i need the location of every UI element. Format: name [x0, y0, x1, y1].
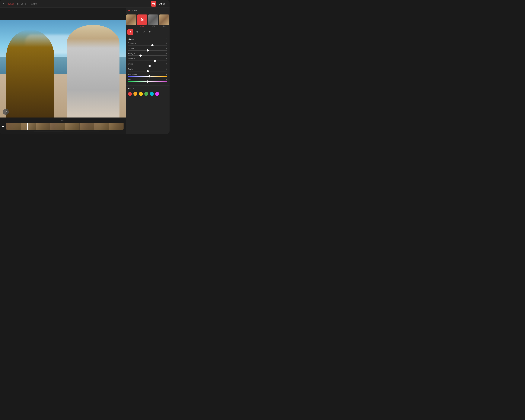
copy-button[interactable] — [151, 1, 156, 7]
brightness-track[interactable] — [128, 45, 167, 46]
filter-tab-luts[interactable]: LUTs — [132, 9, 137, 12]
shadows-label-row: Shadows +10 — [128, 58, 167, 60]
brightness-label-row: Brightness +10 — [128, 42, 167, 44]
whites-label: Whites — [128, 63, 133, 65]
whites-track[interactable] — [128, 66, 167, 66]
shadows-label: Shadows — [128, 58, 135, 60]
close-button[interactable]: ✕ — [3, 2, 5, 5]
preset-img-original — [126, 15, 136, 25]
blacks-slider-row: Blacks 0 — [128, 68, 167, 72]
tint-label-row: Tint 0 — [128, 79, 167, 81]
hsl-color-green[interactable] — [144, 92, 148, 96]
tab-frames[interactable]: FRAMES — [28, 2, 37, 5]
tab-effects[interactable]: EFFECTS — [17, 2, 26, 5]
replay-button[interactable]: ↺ — [3, 109, 9, 115]
highlights-value: -16 — [165, 53, 167, 55]
sliders-section: Sliders ↺ Brightness +10 — [126, 36, 169, 85]
whites-slider-row: Whites +3 — [128, 63, 167, 66]
preset-img-more — [159, 15, 169, 25]
play-button[interactable]: ▶ — [2, 125, 5, 128]
tint-track[interactable] — [128, 81, 167, 82]
temperature-thumb[interactable] — [148, 75, 150, 77]
temperature-slider-row: Temperature 4 — [128, 73, 167, 77]
time-label: 0:20 — [61, 120, 64, 122]
brightness-value: +10 — [165, 42, 167, 44]
tool-mask-button[interactable] — [134, 29, 140, 35]
brightness-label: Brightness — [128, 42, 136, 44]
highlights-label: Highlights — [128, 53, 135, 55]
filter-tabs: All LUTs — [126, 8, 169, 13]
svg-point-11 — [130, 31, 131, 32]
preset-original[interactable] — [126, 15, 137, 27]
tint-thumb[interactable] — [147, 81, 149, 83]
presets-row: Vintage B&W Mo... — [126, 13, 169, 28]
contrast-thumb[interactable] — [147, 49, 149, 52]
svg-point-7 — [143, 20, 143, 21]
video-container: ↺ — [0, 20, 126, 118]
preset-thumb-original — [126, 15, 136, 25]
sliders-section-header: Sliders ↺ — [128, 38, 167, 41]
sliders-reset-button[interactable]: ↺ — [166, 38, 167, 41]
svg-point-6 — [141, 18, 142, 19]
preset-thumb-more — [159, 15, 169, 25]
filter-tab-all[interactable]: All — [128, 9, 130, 12]
contrast-slider-row: Contrast 0 — [128, 47, 167, 51]
preset-vintage[interactable]: Vintage — [137, 15, 148, 27]
blacks-value: 0 — [166, 68, 167, 70]
temperature-track[interactable] — [128, 76, 167, 77]
preset-bw[interactable]: B&W — [148, 15, 159, 27]
tint-label: Tint — [128, 79, 131, 81]
tool-add-button[interactable] — [147, 29, 153, 35]
svg-rect-0 — [153, 3, 155, 5]
contrast-track[interactable] — [128, 50, 167, 51]
preset-thumb-vintage — [137, 15, 147, 25]
highlights-label-row: Highlights -16 — [128, 53, 167, 55]
blacks-thumb[interactable] — [147, 70, 149, 72]
shadows-track[interactable] — [128, 61, 167, 61]
whites-value: +3 — [165, 63, 167, 65]
contrast-label-row: Contrast 0 — [128, 47, 167, 49]
tool-curve-button[interactable] — [141, 29, 147, 35]
preset-label-bw: B&W — [152, 25, 155, 27]
filmstrip-bg — [6, 123, 124, 130]
highlights-track[interactable] — [128, 55, 167, 56]
export-button[interactable]: EXPORT — [159, 3, 167, 5]
nav-tabs: COLOR EFFECTS FRAMES — [8, 2, 37, 5]
person-left-figure — [6, 30, 54, 118]
hsl-color-orange[interactable] — [133, 92, 137, 96]
shadows-value: +10 — [165, 58, 167, 60]
filmstrip[interactable] — [6, 123, 124, 130]
preset-label-more: Mo... — [163, 25, 166, 27]
top-bar: ✕ COLOR EFFECTS FRAMES EXPORT — [0, 0, 169, 8]
whites-thumb[interactable] — [149, 65, 151, 67]
filmstrip-frame — [36, 123, 50, 130]
whites-label-row: Whites +3 — [128, 63, 167, 65]
filmstrip-frame — [65, 123, 80, 130]
timeline: 0:20 ▶ — [0, 118, 126, 134]
preset-more[interactable]: Mo... — [159, 15, 169, 27]
hsl-color-cyan[interactable] — [150, 92, 154, 96]
right-panel: All LUTs — [126, 8, 169, 134]
hsl-color-magenta[interactable] — [155, 92, 159, 96]
svg-point-12 — [131, 32, 131, 32]
tool-icons-row — [126, 28, 169, 36]
filmstrip-frame — [50, 123, 65, 130]
blacks-label-row: Blacks 0 — [128, 68, 167, 70]
tab-color[interactable]: COLOR — [8, 2, 15, 5]
highlights-thumb[interactable] — [140, 55, 142, 57]
playhead[interactable] — [27, 123, 28, 130]
highlights-slider-row: Highlights -16 — [128, 53, 167, 56]
temperature-label: Temperature — [128, 73, 137, 75]
svg-point-5 — [142, 19, 143, 20]
hsl-reset-button[interactable]: ↺ — [166, 87, 167, 90]
hsl-color-yellow[interactable] — [139, 92, 143, 96]
tool-sliders-button[interactable] — [127, 29, 133, 35]
filmstrip-frame — [21, 123, 36, 130]
hsl-color-red[interactable] — [128, 92, 132, 96]
hsl-color-circles — [128, 91, 167, 96]
blacks-track[interactable] — [128, 71, 167, 72]
shadows-thumb[interactable] — [154, 60, 156, 62]
timeline-scrollbar[interactable] — [27, 131, 99, 131]
brightness-thumb[interactable] — [151, 44, 154, 46]
preset-label-vintage: Vintage — [140, 25, 144, 27]
